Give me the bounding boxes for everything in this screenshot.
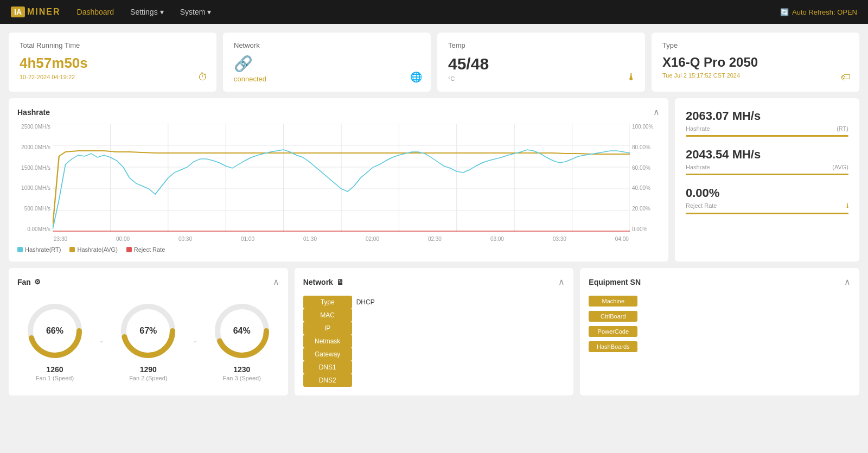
fan-3-gauge: 64%	[212, 301, 272, 361]
logo-text: MINER	[27, 7, 61, 17]
link-icon: 🔗	[234, 55, 420, 73]
tag-icon: 🏷	[841, 72, 851, 83]
net-row-netmask: Netmask	[303, 335, 565, 348]
chart-legend: Hashrate(RT) Hashrate(AVG) Reject Rate	[17, 246, 660, 253]
fan-separator-1: -	[100, 335, 104, 348]
net-key-gateway: Gateway	[303, 348, 352, 361]
rt-value: 2063.07 MH/s	[686, 109, 848, 123]
sn-row-hashboards: HashBoards	[589, 341, 851, 352]
net-key-mac: MAC	[303, 309, 352, 322]
card-running-time: Total Running Time 4h57m50s 10-22-2024 0…	[9, 33, 216, 92]
stat-rt: 2063.07 MH/s Hashrate (RT)	[686, 109, 848, 137]
card-network: Network 🔗 connected 🌐	[223, 33, 431, 92]
sn-key-powercode: PowerCode	[589, 326, 637, 337]
network-collapse-btn[interactable]: ∧	[558, 277, 565, 287]
globe-icon: 🌐	[410, 71, 422, 83]
fan-2-speed: 1290	[118, 365, 178, 374]
nav-system[interactable]: System ▾	[180, 8, 212, 16]
net-val-ip	[352, 322, 565, 335]
fan-header: Fan ⚙ ∧	[17, 277, 279, 287]
net-val-mac	[352, 309, 565, 322]
header: IA MINER Dashboard Settings ▾ System ▾ 🔄…	[0, 0, 868, 24]
bottom-sections: Fan ⚙ ∧ 66% 1260 Fan 1 (Speed)	[9, 268, 859, 395]
hashrate-chart-card: Hashrate ∧ 2500.0MH/s 2000.0MH/s 1500.0M…	[9, 98, 668, 261]
net-val-netmask	[352, 335, 565, 348]
card-temp: Temp 45/48 °C 🌡	[437, 33, 645, 92]
sn-table: Machine CtrlBoard PowerCode HashBoards	[589, 296, 851, 352]
network-detail-title: Network 🖥	[303, 278, 344, 286]
avg-value: 2043.54 MH/s	[686, 148, 848, 162]
gear-icon[interactable]: ⚙	[34, 278, 41, 286]
reject-label: Reject Rate ℹ	[686, 202, 848, 209]
sn-key-machine: Machine	[589, 296, 637, 307]
top-cards: Total Running Time 4h57m50s 10-22-2024 0…	[9, 33, 859, 92]
fan-separator-2: -	[193, 335, 197, 348]
net-row-dns1: DNS1	[303, 361, 565, 374]
fan-3: 64% 1230 Fan 3 (Speed)	[212, 301, 272, 381]
sn-key-hashboards: HashBoards	[589, 341, 637, 352]
reject-bar	[686, 213, 848, 214]
net-row-gateway: Gateway	[303, 348, 565, 361]
chevron-down-icon: ▾	[160, 8, 164, 16]
network-title: Network	[234, 41, 420, 49]
fan-1-percent: 66%	[46, 326, 63, 336]
temp-value: 45/48	[448, 55, 634, 73]
fan-3-percent: 64%	[233, 326, 251, 336]
sn-header: Equipment SN ∧	[589, 277, 851, 287]
logo-icon: IA	[11, 7, 25, 17]
fan-collapse-btn[interactable]: ∧	[273, 277, 279, 287]
fan-1-speed: 1260	[25, 365, 85, 374]
temp-unit: °C	[448, 75, 634, 82]
net-val-dns1	[352, 361, 565, 374]
running-time-title: Total Running Time	[20, 41, 206, 49]
net-row-type: Type DHCP	[303, 296, 565, 309]
refresh-icon: 🔄	[780, 8, 789, 16]
fan-title: Fan ⚙	[17, 278, 41, 286]
running-time-subtitle: 10-22-2024 04:19:22	[20, 74, 206, 80]
network-detail-card: Network 🖥 ∧ Type DHCP MAC IP	[295, 268, 574, 395]
net-row-ip: IP	[303, 322, 565, 335]
chevron-down-icon: ▾	[207, 8, 211, 16]
sn-row-machine: Machine	[589, 296, 851, 307]
hashrate-collapse-btn[interactable]: ∧	[653, 107, 660, 117]
auto-refresh[interactable]: 🔄 Auto Refresh: OPEN	[780, 8, 857, 16]
network-table: Type DHCP MAC IP Netmask Gateway	[303, 296, 565, 387]
net-key-ip: IP	[303, 322, 352, 335]
network-status: connected	[234, 75, 420, 83]
fan-2-gauge: 67%	[118, 301, 178, 361]
main-content: Total Running Time 4h57m50s 10-22-2024 0…	[0, 24, 868, 404]
hashrate-title: Hashrate ∧	[17, 107, 660, 117]
legend-reject: Reject Rate	[126, 246, 165, 253]
sn-row-ctrlboard: CtrlBoard	[589, 311, 851, 322]
sn-collapse-btn[interactable]: ∧	[844, 277, 851, 287]
fan-1-gauge: 66%	[25, 301, 85, 361]
fan-2-percent: 67%	[139, 326, 157, 336]
fan-gauges: 66% 1260 Fan 1 (Speed) - 67% 1290	[17, 296, 279, 387]
logo: IA MINER	[11, 7, 61, 17]
sn-key-ctrlboard: CtrlBoard	[589, 311, 637, 322]
fan-2: 67% 1290 Fan 2 (Speed)	[118, 301, 178, 381]
net-row-mac: MAC	[303, 309, 565, 322]
reject-value: 0.00%	[686, 186, 848, 200]
info-icon: ℹ	[846, 202, 848, 209]
temp-title: Temp	[448, 41, 634, 49]
clock-icon: ⏱	[198, 72, 208, 83]
rt-label: Hashrate (RT)	[686, 125, 848, 132]
fan-card: Fan ⚙ ∧ 66% 1260 Fan 1 (Speed)	[9, 268, 288, 395]
nav-dashboard[interactable]: Dashboard	[77, 8, 114, 16]
avg-label: Hashrate (AVG)	[686, 164, 848, 170]
running-time-value: 4h57m50s	[20, 55, 206, 72]
stat-reject: 0.00% Reject Rate ℹ	[686, 186, 848, 214]
sn-title: Equipment SN	[589, 278, 641, 286]
avg-bar	[686, 174, 848, 175]
rt-bar	[686, 135, 848, 137]
hashrate-section: Hashrate ∧ 2500.0MH/s 2000.0MH/s 1500.0M…	[9, 98, 859, 261]
nav-settings[interactable]: Settings ▾	[130, 8, 164, 16]
fan-1: 66% 1260 Fan 1 (Speed)	[25, 301, 85, 381]
net-key-dns1: DNS1	[303, 361, 352, 374]
hashrate-chart	[53, 124, 630, 232]
hashrate-stats-card: 2063.07 MH/s Hashrate (RT) 2043.54 MH/s …	[675, 98, 859, 261]
type-title: Type	[662, 41, 848, 49]
legend-avg: Hashrate(AVG)	[69, 246, 117, 253]
type-value: X16-Q Pro 2050	[662, 55, 848, 70]
